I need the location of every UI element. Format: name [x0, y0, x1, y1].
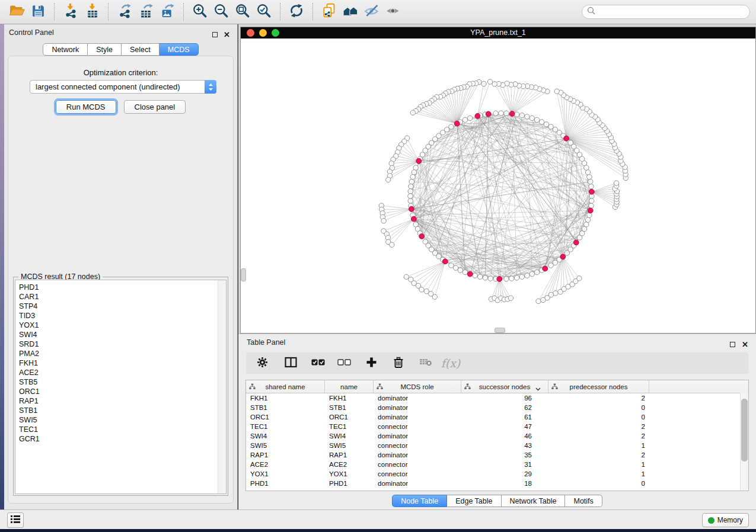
float-window-icon[interactable] — [212, 29, 218, 40]
table-cell: 0 — [548, 403, 649, 412]
table-row[interactable]: RAP1RAP1dominator352 — [246, 450, 748, 460]
tree-icon — [377, 383, 383, 391]
export-image-button[interactable] — [157, 2, 178, 22]
split-view-button[interactable] — [280, 354, 301, 372]
mcds-result-item[interactable]: ACE2 — [19, 368, 215, 377]
mcds-result-item[interactable]: ORC1 — [19, 387, 215, 396]
table-cell: ORC1 — [246, 412, 325, 422]
tab-network[interactable]: Network — [43, 43, 88, 56]
save-session-button[interactable] — [27, 2, 49, 22]
memory-button[interactable]: Memory — [702, 513, 749, 527]
column-header-mcds-role[interactable]: MCDS role — [374, 380, 461, 393]
network-window-titlebar[interactable]: YPA_prune.txt_1 — [241, 27, 755, 39]
mcds-result-item[interactable]: SWI4 — [19, 330, 215, 339]
table-row[interactable]: SWI5SWI5connector431 — [246, 441, 748, 450]
mcds-result-item[interactable]: TEC1 — [19, 425, 215, 434]
main-toolbar — [0, 0, 756, 24]
close-panel-icon[interactable]: ✕ — [224, 29, 230, 40]
log-console-button[interactable] — [7, 512, 24, 528]
toolbar-separator — [54, 3, 55, 21]
search-box[interactable] — [582, 5, 750, 19]
table-row[interactable]: STB1STB1dominator620 — [246, 403, 748, 412]
table-row[interactable]: PHD1PHD1dominator180 — [246, 479, 748, 488]
mcds-result-item[interactable]: GCR1 — [19, 434, 215, 444]
table-panel: Table Panel ✕ — [238, 334, 756, 509]
table-scrollbar[interactable] — [740, 393, 748, 491]
criterion-select[interactable]: largest connected component (undirected) — [30, 80, 216, 94]
close-panel-icon[interactable]: ✕ — [742, 339, 748, 350]
mcds-result-item[interactable]: PMA2 — [19, 349, 215, 358]
table-cell: 1 — [548, 469, 649, 479]
first-neighbors-button[interactable] — [340, 2, 361, 22]
chevron-down-icon[interactable] — [535, 385, 541, 392]
mcds-result-item[interactable]: SWI5 — [19, 415, 215, 425]
network-vscroll-thumb[interactable] — [241, 268, 246, 281]
node-table: shared name name MCDS role successor nod… — [245, 380, 749, 491]
deselect-all-button[interactable] — [334, 354, 354, 372]
mcds-result-item[interactable]: YOX1 — [19, 321, 215, 330]
tab-select[interactable]: Select — [122, 43, 160, 56]
mcds-result-item[interactable]: RAP1 — [19, 396, 215, 406]
tab-motifs[interactable]: Motifs — [565, 495, 602, 507]
mcds-result-item[interactable]: CAR1 — [19, 292, 215, 302]
mcds-result-list[interactable]: PHD1CAR1STP4TID3YOX1SWI4SRD1PMA2FKH1ACE2… — [15, 280, 227, 494]
column-header-shared-name[interactable]: shared name — [246, 380, 325, 393]
table-scrollbar-thumb[interactable] — [741, 399, 748, 462]
run-mcds-button[interactable]: Run MCDS — [56, 100, 116, 114]
add-column-button[interactable] — [361, 354, 381, 372]
import-network-button[interactable] — [60, 2, 81, 22]
mcds-result-item[interactable]: STP4 — [19, 302, 215, 311]
table-row[interactable]: FKH1FKH1dominator962 — [246, 393, 748, 403]
mcds-list-scrollbar[interactable] — [218, 280, 226, 493]
refresh-view-button[interactable] — [286, 2, 307, 22]
network-canvas[interactable] — [241, 39, 755, 333]
network-hscroll-thumb[interactable] — [495, 328, 505, 333]
column-header-successor-nodes[interactable]: successor nodes — [461, 380, 548, 393]
table-row[interactable]: TEC1TEC1connector472 — [246, 422, 748, 431]
export-network-button[interactable] — [114, 2, 135, 22]
mcds-result-item[interactable]: STB5 — [19, 377, 215, 387]
mcds-result-item[interactable]: TID3 — [19, 311, 215, 321]
zoom-selected-button[interactable] — [253, 2, 275, 22]
zoom-in-button[interactable] — [189, 2, 210, 22]
list-icon — [11, 515, 20, 526]
mcds-result-item[interactable]: PHD1 — [19, 283, 215, 292]
mcds-result-item[interactable]: SRD1 — [19, 339, 215, 349]
column-header-predecessor-nodes[interactable]: predecessor nodes — [548, 380, 649, 393]
zoom-out-button[interactable] — [210, 2, 232, 22]
open-session-button[interactable] — [6, 2, 27, 22]
tab-mcds[interactable]: MCDS — [160, 43, 199, 56]
table-row[interactable]: ACE2ACE2connector311 — [246, 460, 748, 469]
column-header-name[interactable]: name — [325, 380, 374, 393]
network-graph[interactable] — [241, 39, 754, 332]
table-settings-button[interactable] — [252, 354, 272, 372]
show-all-button[interactable] — [382, 2, 404, 22]
import-table-button[interactable] — [81, 2, 103, 22]
export-table-button[interactable] — [135, 2, 157, 22]
tab-style[interactable]: Style — [88, 43, 122, 56]
table-cell: connector — [374, 441, 461, 450]
delete-table-button[interactable] — [416, 354, 436, 372]
split-columns-icon — [285, 357, 297, 370]
hide-selected-button[interactable] — [361, 2, 382, 22]
mcds-result-item[interactable]: FKH1 — [19, 358, 215, 368]
tab-edge-table[interactable]: Edge Table — [447, 495, 501, 507]
desktop: Control Panel ✕ Network Style Select MCD… — [0, 0, 756, 532]
delete-column-button[interactable] — [388, 354, 409, 372]
function-builder-button[interactable]: f(x) — [441, 354, 461, 372]
clone-network-button[interactable] — [318, 2, 340, 22]
table-cell: 46 — [461, 431, 548, 441]
toolbar-separator — [183, 3, 184, 21]
mcds-result-item[interactable]: STB1 — [19, 406, 215, 415]
table-row[interactable]: SWI4SWI4dominator462 — [246, 431, 748, 441]
table-row[interactable]: YOX1YOX1connector291 — [246, 469, 748, 479]
tab-node-table[interactable]: Node Table — [392, 495, 447, 507]
table-cell: 31 — [461, 460, 548, 469]
float-window-icon[interactable] — [730, 339, 735, 350]
zoom-fit-button[interactable] — [232, 2, 253, 22]
table-row[interactable]: ORC1ORC1dominator610 — [246, 412, 748, 422]
close-panel-button[interactable]: Close panel — [124, 100, 186, 114]
select-all-button[interactable] — [308, 354, 328, 372]
search-input[interactable] — [596, 7, 745, 17]
tab-network-table[interactable]: Network Table — [502, 495, 566, 507]
